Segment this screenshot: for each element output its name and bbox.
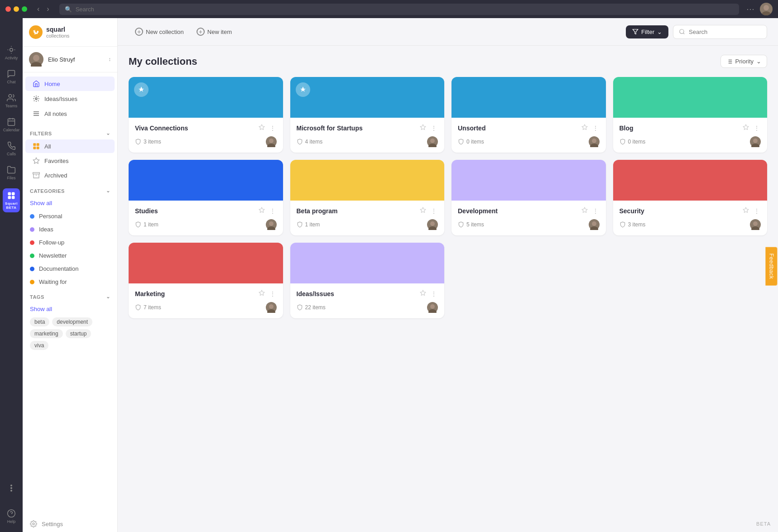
collection-card-development[interactable]: Development ⋮ 5 items	[451, 160, 606, 235]
filter-all[interactable]: All	[25, 139, 115, 153]
favorite-button[interactable]	[419, 206, 427, 216]
filter-favorites[interactable]: Favorites	[25, 154, 115, 168]
sidebar-item-squarl[interactable]: Squarl BETA	[3, 188, 20, 212]
favorite-button[interactable]	[258, 206, 266, 216]
items-count-label: 7 items	[144, 304, 161, 311]
favorite-button[interactable]	[258, 123, 266, 133]
titlebar-search-input[interactable]	[76, 6, 734, 13]
card-actions: ⋮	[581, 123, 600, 133]
more-button[interactable]: ⋮	[269, 289, 277, 298]
favorite-button[interactable]	[419, 123, 427, 133]
sidebar-item-chat[interactable]: Chat	[0, 65, 23, 89]
collection-card-beta-program[interactable]: Beta program ⋮ 1 item	[290, 160, 445, 235]
filter-button[interactable]: Filter ⌄	[626, 25, 668, 38]
sidebar-item-files[interactable]: Files	[0, 161, 23, 185]
more-button[interactable]: ⋮	[430, 289, 438, 298]
sidebar-item-activity[interactable]: Activity	[0, 41, 23, 65]
main-search-input[interactable]	[689, 29, 761, 35]
tag-viva[interactable]: viva	[30, 341, 48, 350]
nav-item-home[interactable]: Home	[25, 77, 115, 91]
category-dot	[30, 267, 34, 271]
collection-card-ideas-issues[interactable]: Ideas/Issues ⋮ 22 items	[290, 243, 445, 318]
card-actions: ⋮	[742, 206, 761, 216]
card-items-count: 7 items	[135, 304, 161, 311]
user-avatar	[29, 52, 43, 67]
minimize-dot[interactable]	[14, 6, 19, 12]
more-icon[interactable]: ⋯	[746, 4, 754, 14]
titlebar-avatar[interactable]	[760, 3, 773, 15]
favorite-button[interactable]	[581, 206, 589, 216]
more-button[interactable]: ⋮	[753, 206, 761, 216]
forward-button[interactable]: ›	[44, 4, 52, 14]
collection-card-studies[interactable]: Studies ⋮ 1 item	[129, 160, 283, 235]
category-item-ideas[interactable]: Ideas	[23, 223, 117, 236]
more-button[interactable]: ⋮	[591, 206, 600, 216]
category-item-personal[interactable]: Personal	[23, 210, 117, 223]
sort-button[interactable]: Priority ⌄	[720, 55, 767, 68]
back-button[interactable]: ‹	[34, 4, 42, 14]
svg-point-1	[762, 11, 771, 15]
category-item-waiting-for[interactable]: Waiting for	[23, 275, 117, 288]
close-dot[interactable]	[5, 6, 11, 12]
sidebar-item-calendar[interactable]: Calendar	[0, 113, 23, 137]
tag-development[interactable]: development	[52, 317, 92, 326]
tag-beta[interactable]: beta	[30, 317, 49, 326]
collection-card-security[interactable]: Security ⋮ 3 items	[613, 160, 768, 235]
items-count-label: 3 items	[628, 221, 646, 228]
favorite-button[interactable]	[258, 289, 266, 298]
card-actions: ⋮	[419, 289, 438, 298]
sidebar-item-calls[interactable]: Calls	[0, 137, 23, 161]
favorite-button[interactable]	[581, 123, 589, 133]
favorite-button[interactable]	[742, 123, 750, 133]
card-avatar	[427, 219, 438, 230]
collection-card-blog[interactable]: Blog ⋮ 0 items	[613, 77, 768, 153]
favorite-button[interactable]	[742, 206, 750, 216]
collection-card-microsoft-startups[interactable]: Microsoft for Startups ⋮ 4 items	[290, 77, 445, 153]
tags-show-all[interactable]: Show all	[23, 302, 117, 316]
sidebar-item-more[interactable]	[0, 479, 23, 497]
search-icon	[679, 29, 685, 35]
more-button[interactable]: ⋮	[591, 123, 600, 133]
brand-logo[interactable]: 🐿 squarl collections	[29, 25, 69, 39]
more-button[interactable]: ⋮	[430, 123, 438, 133]
more-button[interactable]: ⋮	[269, 206, 277, 216]
favorite-button[interactable]	[419, 289, 427, 298]
main-search-box[interactable]	[673, 25, 767, 39]
more-button[interactable]: ⋮	[269, 123, 277, 133]
categories-show-all[interactable]: Show all	[23, 197, 117, 210]
svg-point-12	[11, 485, 12, 486]
filter-archived[interactable]: Archived	[25, 168, 115, 182]
sidebar-item-help[interactable]: Help	[0, 504, 23, 528]
collection-title: Unsorted	[458, 125, 485, 132]
category-label: Documentation	[39, 265, 78, 272]
settings-item[interactable]: Settings	[23, 516, 117, 532]
user-name: Elio Struyf	[48, 56, 75, 63]
tag-marketing[interactable]: marketing	[30, 329, 63, 338]
new-collection-button[interactable]: + New collection	[129, 24, 190, 39]
brand-header: 🐿 squarl collections	[23, 18, 117, 47]
user-row[interactable]: Elio Struyf ↕	[23, 47, 117, 72]
brand-name: squarl	[46, 26, 69, 33]
collection-card-viva-connections[interactable]: Viva Connections ⋮ 3 items	[129, 77, 283, 153]
category-item-follow-up[interactable]: Follow-up	[23, 236, 117, 249]
chat-label: Chat	[7, 80, 15, 84]
svg-rect-11	[12, 196, 15, 199]
collection-card-marketing[interactable]: Marketing ⋮ 7 items	[129, 243, 283, 318]
new-item-button[interactable]: + New item	[190, 24, 238, 39]
more-button[interactable]: ⋮	[753, 123, 761, 133]
category-item-newsletter[interactable]: Newsletter	[23, 249, 117, 262]
card-title-row: Beta program ⋮	[297, 206, 438, 216]
categories-header: CATEGORIES ⌄	[23, 182, 117, 197]
collection-title: Development	[458, 207, 498, 215]
titlebar-search-box[interactable]: 🔍	[59, 4, 739, 15]
collection-card-unsorted[interactable]: Unsorted ⋮ 0 items	[451, 77, 606, 153]
feedback-tab[interactable]: Feedback	[766, 247, 778, 285]
maximize-dot[interactable]	[22, 6, 27, 12]
new-item-label: New item	[207, 29, 232, 35]
category-item-documentation[interactable]: Documentation	[23, 262, 117, 275]
tag-startup[interactable]: startup	[66, 329, 91, 338]
more-button[interactable]: ⋮	[430, 206, 438, 216]
sidebar-item-teams[interactable]: Teams	[0, 89, 23, 113]
nav-item-all-notes[interactable]: All notes	[25, 106, 115, 121]
nav-item-ideas-issues[interactable]: Ideas/Issues	[25, 91, 115, 106]
